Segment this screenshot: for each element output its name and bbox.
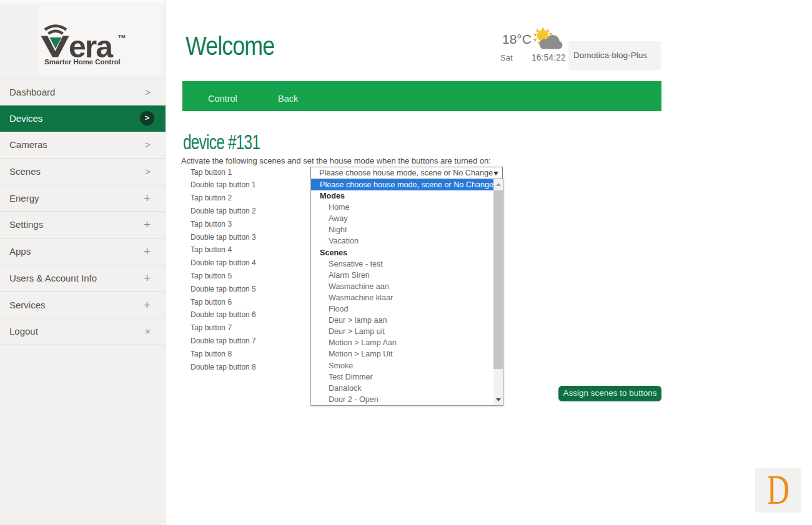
svg-text:TM: TM: [118, 34, 126, 39]
svg-text:Smarter Home Control: Smarter Home Control: [44, 58, 121, 66]
